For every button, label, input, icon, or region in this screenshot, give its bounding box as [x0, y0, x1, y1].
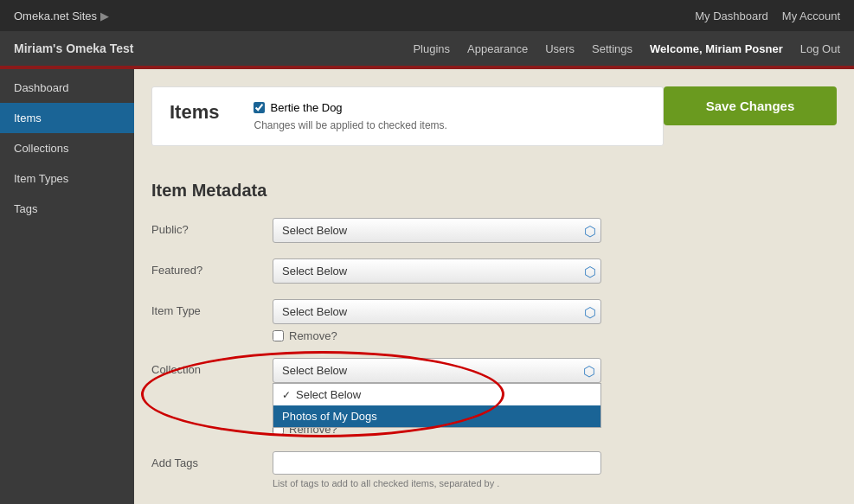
collection-label: Collection — [151, 358, 273, 376]
featured-select-wrapper: Select Below ⬡ — [273, 258, 601, 284]
second-nav-links: Plugins Appearance Users Settings Welcom… — [413, 42, 840, 55]
my-account-link[interactable]: My Account — [782, 10, 840, 22]
public-label: Public? — [151, 218, 273, 236]
tags-hint: List of tags to add to all checked items… — [273, 478, 837, 488]
collection-option-select-below[interactable]: ✓ Select Below — [273, 384, 600, 405]
public-select[interactable]: Select Below — [273, 218, 601, 243]
sidebar-item-dashboard[interactable]: Dashboard — [0, 73, 134, 103]
item-type-select-wrapper: Select Below ⬡ — [273, 299, 601, 324]
collection-row: Collection Select Below ⬡ ✓ Select Below — [151, 358, 837, 436]
item-metadata-section: Item Metadata Public? Select Below ⬡ Fea… — [151, 181, 837, 488]
sidebar-item-item-types[interactable]: Item Types — [0, 163, 134, 194]
tags-input[interactable] — [273, 451, 601, 475]
sidebar-item-tags[interactable]: Tags — [0, 194, 134, 224]
public-row: Public? Select Below ⬡ — [151, 218, 837, 243]
collection-option-photos[interactable]: Photos of My Dogs — [273, 405, 600, 427]
collection-dropdown-arrow: ⬡ — [583, 362, 595, 379]
sidebar: Dashboard Items Collections Item Types T… — [0, 69, 134, 504]
omeka-sites-link[interactable]: Omeka.net Sites — [14, 10, 97, 22]
settings-link[interactable]: Settings — [592, 42, 632, 55]
featured-select[interactable]: Select Below — [273, 258, 601, 284]
featured-row: Featured? Select Below ⬡ — [151, 258, 837, 284]
item-type-label: Item Type — [151, 299, 273, 317]
add-tags-label: Add Tags — [151, 451, 273, 469]
collection-dropdown-container: Select Below ⬡ ✓ Select Below Photos of … — [273, 358, 601, 383]
appearance-link[interactable]: Appearance — [467, 42, 528, 55]
site-title: Miriam's Omeka Test — [14, 41, 133, 55]
collection-dropdown-trigger[interactable]: Select Below ⬡ — [273, 358, 601, 383]
public-select-wrapper: Select Below ⬡ — [273, 218, 601, 243]
item-type-field: Select Below ⬡ Remove? — [273, 299, 837, 342]
welcome-text: Welcome, Miriam Posner — [650, 42, 783, 55]
users-link[interactable]: Users — [545, 42, 575, 55]
items-header-box: Items Bertie the Dog Changes will be app… — [151, 86, 664, 146]
sidebar-item-collections[interactable]: Collections — [0, 133, 134, 163]
second-nav: Miriam's Omeka Test Plugins Appearance U… — [0, 31, 854, 66]
collection-selected-value: Select Below — [282, 364, 347, 377]
top-section: Items Bertie the Dog Changes will be app… — [151, 86, 837, 163]
public-field: Select Below ⬡ — [273, 218, 837, 243]
my-dashboard-link[interactable]: My Dashboard — [695, 10, 768, 22]
collection-dropdown-menu: ✓ Select Below Photos of My Dogs — [273, 383, 601, 428]
item-type-row: Item Type Select Below ⬡ Remove? — [151, 299, 837, 342]
bertie-label: Bertie the Dog — [270, 101, 342, 114]
top-nav-arrow: ▶ — [100, 10, 109, 22]
collection-option-2-label: Photos of My Dogs — [282, 410, 377, 423]
top-nav-left: Omeka.net Sites ▶ — [14, 10, 109, 22]
bertie-checkbox[interactable] — [254, 102, 265, 113]
item-metadata-title: Item Metadata — [151, 181, 837, 201]
item-type-select[interactable]: Select Below — [273, 299, 601, 324]
item-type-remove-checkbox[interactable] — [273, 330, 284, 341]
checked-item-row: Bertie the Dog — [254, 101, 645, 114]
top-nav-right: My Dashboard My Account — [695, 10, 840, 22]
main-layout: Dashboard Items Collections Item Types T… — [0, 69, 854, 504]
plugins-link[interactable]: Plugins — [413, 42, 450, 55]
content-area: Items Bertie the Dog Changes will be app… — [134, 69, 854, 504]
items-header-section: Items Bertie the Dog Changes will be app… — [151, 86, 664, 163]
save-changes-button[interactable]: Save Changes — [664, 86, 837, 125]
sidebar-item-items[interactable]: Items — [0, 103, 134, 133]
changes-note: Changes will be applied to checked items… — [254, 119, 645, 131]
collection-option-1-label: Select Below — [296, 388, 361, 401]
top-nav: Omeka.net Sites ▶ My Dashboard My Accoun… — [0, 0, 854, 31]
logout-link[interactable]: Log Out — [800, 42, 840, 55]
items-header-info: Bertie the Dog Changes will be applied t… — [254, 101, 645, 131]
featured-field: Select Below ⬡ — [273, 258, 837, 284]
featured-label: Featured? — [151, 258, 273, 277]
check-mark-icon: ✓ — [282, 389, 291, 401]
item-type-remove-row: Remove? — [273, 329, 837, 342]
save-area: Save Changes — [664, 86, 837, 125]
item-type-remove-label: Remove? — [289, 329, 337, 342]
collection-field: Select Below ⬡ ✓ Select Below Photos of … — [273, 358, 837, 436]
add-tags-field: List of tags to add to all checked items… — [273, 451, 837, 488]
add-tags-row: Add Tags List of tags to add to all chec… — [151, 451, 837, 488]
items-heading: Items — [170, 101, 219, 124]
